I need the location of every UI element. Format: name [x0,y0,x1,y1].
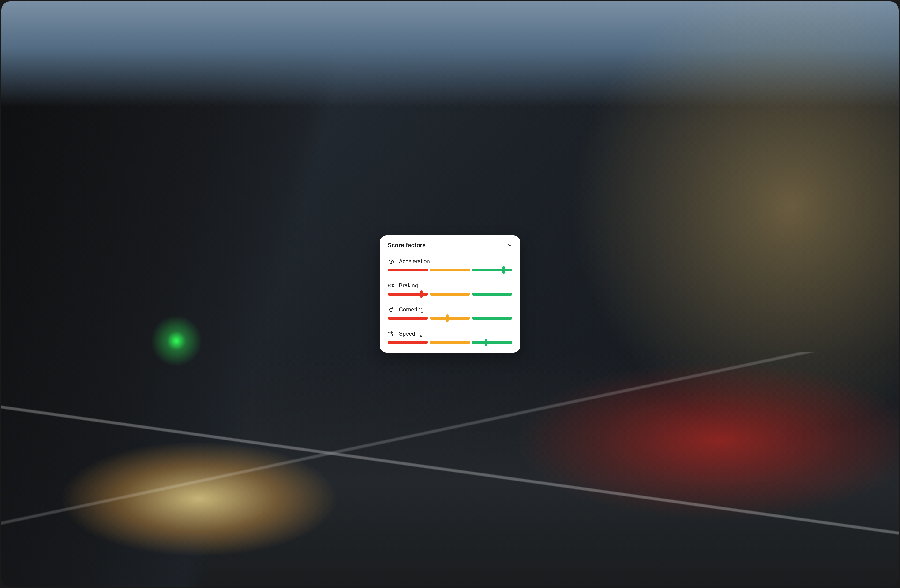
segment-red [388,317,428,320]
factor-label: Cornering [399,306,424,313]
score-marker[interactable] [503,266,505,274]
score-bar-speeding[interactable] [388,341,512,344]
score-bar-cornering[interactable] [388,317,512,320]
segment-red [388,341,428,344]
score-marker[interactable] [420,290,422,298]
score-factors-card: Score factors Acceleration [380,235,520,353]
segment-green [472,293,512,296]
factor-row-speeding: Speeding [380,325,520,350]
brake-icon [388,282,395,289]
segment-orange [430,269,470,271]
segment-orange [430,341,470,344]
factor-label: Braking [399,282,418,289]
factor-label: Speeding [399,330,422,337]
svg-line-0 [391,260,393,262]
speedometer-icon [388,258,395,265]
segment-green [472,341,512,344]
speeding-icon [388,330,395,337]
chevron-down-icon[interactable] [507,243,512,248]
score-marker[interactable] [485,339,487,346]
segment-orange [430,317,470,320]
cornering-icon [388,306,395,313]
segment-orange [430,293,470,296]
svg-point-5 [391,286,391,286]
segment-red [388,269,428,271]
segment-green [472,269,512,271]
factor-label: Acceleration [399,258,430,265]
card-header[interactable]: Score factors [380,237,520,253]
card-title: Score factors [388,242,426,249]
score-marker[interactable] [446,314,448,322]
score-bar-braking[interactable] [388,293,512,296]
score-bar-acceleration[interactable] [388,269,512,271]
factor-row-cornering: Cornering [380,302,520,325]
segment-green [472,317,512,320]
factor-row-braking: Braking [380,277,520,301]
svg-point-1 [391,262,392,263]
factor-row-acceleration: Acceleration [380,253,520,277]
